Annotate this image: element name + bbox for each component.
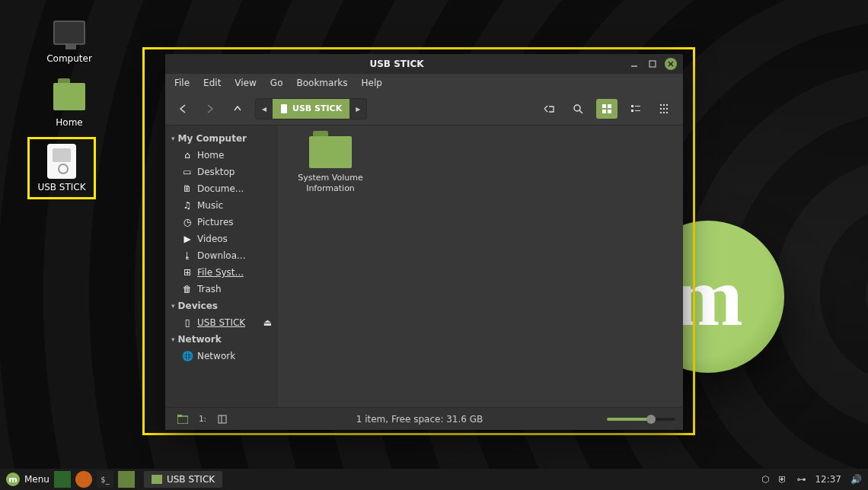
taskbar-entry-label: USB STICK bbox=[167, 474, 215, 485]
close-button[interactable] bbox=[665, 58, 677, 70]
taskbar-entry-usb-stick[interactable]: USB STICK bbox=[144, 471, 222, 488]
eject-button[interactable]: ⏏ bbox=[263, 317, 272, 328]
svg-rect-24 bbox=[177, 416, 188, 424]
desktop-icon-computer[interactable]: Computer bbox=[35, 15, 104, 64]
svg-rect-26 bbox=[219, 415, 226, 423]
location-toggle-icon bbox=[543, 103, 555, 114]
statusbar: 1: 1 item, Free space: 31.6 GB bbox=[165, 407, 683, 430]
camera-icon: ◷ bbox=[182, 217, 193, 228]
svg-rect-7 bbox=[602, 104, 606, 108]
menu-view[interactable]: View bbox=[235, 78, 256, 88]
svg-rect-20 bbox=[666, 108, 668, 110]
sidebar: My Computer ⌂Home ▭Desktop 🗎Docume... ♫M… bbox=[165, 126, 278, 407]
nav-forward-button[interactable] bbox=[200, 99, 220, 119]
sidebar-item-network[interactable]: 🌐Network bbox=[165, 348, 278, 364]
files-launcher[interactable] bbox=[118, 471, 135, 488]
menu-help[interactable]: Help bbox=[362, 78, 382, 88]
minimize-icon bbox=[630, 60, 638, 68]
svg-rect-25 bbox=[177, 415, 182, 417]
show-desktop-button[interactable] bbox=[54, 471, 71, 488]
treeview-toggle-button[interactable]: 1: bbox=[193, 411, 212, 428]
path-crumb-current[interactable]: USB STICK bbox=[273, 99, 349, 119]
svg-rect-13 bbox=[631, 110, 633, 112]
tray-network-icon[interactable]: ⊶ bbox=[796, 474, 806, 485]
close-sidebar-button[interactable] bbox=[212, 411, 232, 428]
view-list-button[interactable] bbox=[625, 99, 646, 119]
minimize-button[interactable] bbox=[628, 58, 640, 70]
menu-file[interactable]: File bbox=[174, 78, 190, 88]
toggle-location-button[interactable] bbox=[538, 99, 560, 119]
sidebar-item-music[interactable]: ♫Music bbox=[165, 197, 278, 214]
nav-up-button[interactable] bbox=[228, 99, 247, 119]
svg-rect-12 bbox=[635, 106, 640, 107]
toolbar: ◂ USB STICK ▸ bbox=[165, 92, 683, 126]
tray-update-icon[interactable]: ⬡ bbox=[761, 474, 769, 485]
desktop-icon-home[interactable]: Home bbox=[35, 79, 104, 128]
zoom-fill bbox=[607, 418, 648, 421]
sidebar-item-trash[interactable]: 🗑Trash bbox=[165, 281, 278, 298]
trash-icon: 🗑 bbox=[182, 284, 193, 294]
desktop-icon-label: Home bbox=[35, 117, 104, 128]
svg-rect-17 bbox=[666, 104, 668, 106]
sidebar-item-filesystem[interactable]: ⊞File Syst... bbox=[165, 264, 278, 281]
sidebar-item-desktop[interactable]: ▭Desktop bbox=[165, 164, 278, 180]
view-icons-button[interactable] bbox=[596, 99, 617, 119]
menu-edit[interactable]: Edit bbox=[203, 78, 221, 88]
sidebar-item-downloads[interactable]: ⭳Downloa... bbox=[165, 247, 278, 264]
start-menu-button[interactable]: m Menu bbox=[6, 473, 49, 486]
svg-rect-10 bbox=[608, 110, 611, 113]
start-menu-label: Menu bbox=[24, 474, 49, 485]
grid-icon bbox=[602, 103, 612, 114]
arrow-up-icon bbox=[232, 103, 243, 114]
menu-bookmarks[interactable]: Bookmarks bbox=[296, 78, 347, 88]
system-tray: ⬡ ⛨ ⊶ 12:37 🔊 bbox=[761, 474, 862, 485]
desktop-icon-usb[interactable]: USB STICK bbox=[27, 137, 96, 199]
sidebar-item-pictures[interactable]: ◷Pictures bbox=[165, 214, 278, 231]
svg-rect-23 bbox=[666, 112, 668, 113]
sidebar-section-devices[interactable]: Devices bbox=[165, 298, 278, 314]
desktop-icon-label: USB STICK bbox=[30, 182, 94, 192]
music-icon: ♫ bbox=[182, 200, 193, 211]
sidebar-item-videos[interactable]: ▶Videos bbox=[165, 231, 278, 247]
titlebar[interactable]: USB STICK bbox=[165, 54, 683, 74]
terminal-launcher[interactable]: $_ bbox=[97, 471, 113, 488]
path-next-button[interactable]: ▸ bbox=[349, 103, 366, 114]
maximize-button[interactable] bbox=[646, 58, 659, 70]
sidebar-item-documents[interactable]: 🗎Docume... bbox=[165, 180, 278, 197]
firefox-launcher[interactable] bbox=[75, 471, 92, 488]
sidebar-item-usb-stick[interactable]: ▯ USB STICK ⏏ bbox=[165, 314, 278, 331]
window-title: USB STICK bbox=[171, 59, 622, 69]
file-manager-window: USB STICK File Edit View Go Bookmarks He… bbox=[165, 54, 683, 430]
document-icon: 🗎 bbox=[182, 183, 193, 194]
home-icon: ⌂ bbox=[182, 150, 193, 161]
close-icon bbox=[668, 61, 674, 67]
sidebar-item-home[interactable]: ⌂Home bbox=[165, 147, 278, 164]
search-button[interactable] bbox=[567, 99, 589, 119]
folder-system-volume-information[interactable]: System Volume Information bbox=[289, 136, 372, 194]
svg-rect-19 bbox=[663, 108, 665, 110]
globe-icon: 🌐 bbox=[182, 351, 193, 361]
sidebar-section-my-computer[interactable]: My Computer bbox=[165, 130, 278, 147]
zoom-knob[interactable] bbox=[646, 415, 656, 424]
list-icon bbox=[630, 103, 641, 114]
taskbar: m Menu $_ USB STICK ⬡ ⛨ ⊶ 12:37 🔊 bbox=[0, 469, 868, 490]
view-compact-button[interactable] bbox=[654, 99, 675, 119]
video-icon: ▶ bbox=[182, 234, 193, 244]
folder-home-icon bbox=[52, 79, 87, 114]
tray-clock[interactable]: 12:37 bbox=[815, 474, 841, 485]
search-icon bbox=[573, 103, 583, 114]
file-pane[interactable]: System Volume Information bbox=[278, 126, 683, 407]
menu-go[interactable]: Go bbox=[270, 78, 283, 88]
svg-rect-14 bbox=[635, 110, 640, 111]
tray-volume-icon[interactable]: 🔊 bbox=[850, 474, 862, 485]
places-toggle-button[interactable] bbox=[173, 411, 193, 428]
desktop-icon: ▭ bbox=[182, 167, 193, 177]
sidebar-section-network[interactable]: Network bbox=[165, 331, 278, 348]
status-text: 1 item, Free space: 31.6 GB bbox=[232, 414, 607, 425]
maximize-icon bbox=[649, 60, 656, 68]
tray-shield-icon[interactable]: ⛨ bbox=[778, 474, 787, 485]
path-prev-button[interactable]: ◂ bbox=[256, 103, 273, 114]
nav-back-button[interactable] bbox=[173, 99, 193, 119]
zoom-slider[interactable] bbox=[607, 418, 675, 421]
usb-drive-icon bbox=[280, 103, 288, 114]
